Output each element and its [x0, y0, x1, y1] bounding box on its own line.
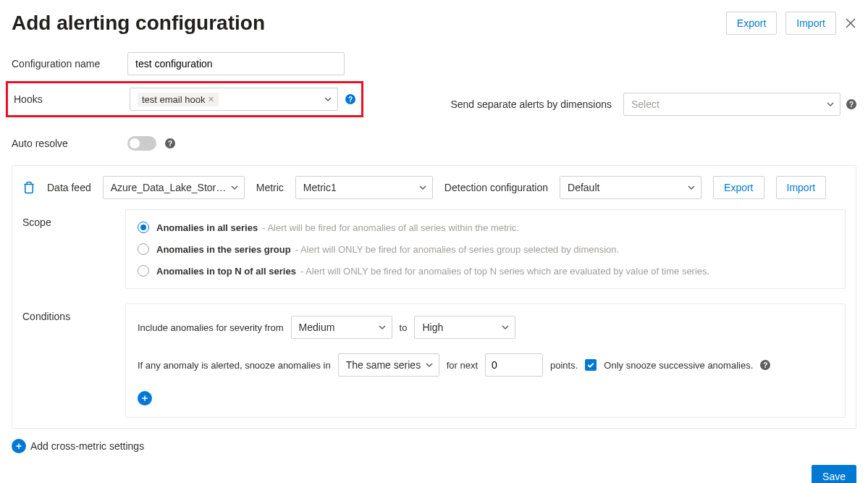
scope-option: Anomalies in top N of all series - Alert… — [138, 265, 833, 277]
panel-export-button[interactable]: Export — [713, 176, 764, 199]
tag-remove-icon[interactable]: ✕ — [208, 96, 214, 104]
hook-tag: test email hook ✕ — [138, 93, 219, 106]
scope-option: Anomalies in the series group - Alert wi… — [138, 243, 833, 255]
snooze-points-text: points. — [550, 360, 578, 371]
only-successive-label: Only snooze successive anomalies. — [604, 360, 753, 371]
separate-alerts-help-icon[interactable]: ? — [846, 99, 856, 109]
chevron-down-icon — [827, 101, 834, 108]
plus-circle-icon — [12, 439, 26, 453]
add-cross-metric-button[interactable]: Add cross-metric settings — [12, 439, 856, 453]
scope-option-title: Anomalies in top N of all series — [156, 266, 296, 277]
hook-tag-label: test email hook — [142, 94, 205, 105]
datafeed-label: Data feed — [47, 182, 91, 193]
chevron-down-icon — [688, 184, 695, 191]
auto-resolve-label: Auto resolve — [12, 138, 127, 149]
close-icon[interactable] — [845, 17, 856, 29]
snooze-for-next-text: for next — [447, 360, 478, 371]
add-cross-metric-label: Add cross-metric settings — [30, 440, 144, 452]
metric-label: Metric — [256, 182, 284, 193]
chevron-down-icon — [419, 184, 426, 191]
snooze-value-input[interactable] — [485, 353, 543, 377]
scope-option: Anomalies in all series - Alert will be … — [138, 222, 833, 233]
severity-from-select[interactable]: Medium — [291, 316, 392, 339]
scope-option-desc: - Alert will ONLY be fired for anomalies… — [295, 244, 620, 255]
metric-value: Metric1 — [303, 182, 337, 193]
severity-prefix-text: Include anomalies for severity from — [138, 322, 284, 333]
datafeed-panel: Data feed Azure_Data_Lake_Storage_Ge Met… — [12, 165, 856, 429]
config-name-label: Configuration name — [12, 58, 127, 70]
chevron-down-icon — [231, 184, 238, 191]
snooze-prefix-text: If any anomaly is alerted, snooze anomal… — [138, 360, 331, 371]
detection-select[interactable]: Default — [560, 176, 701, 199]
severity-to-select[interactable]: High — [414, 316, 515, 339]
page-title: Add alerting configuration — [12, 12, 265, 35]
datafeed-value: Azure_Data_Lake_Storage_Ge — [111, 182, 227, 193]
scope-radio[interactable] — [138, 265, 149, 277]
separate-alerts-label: Send separate alerts by dimensions — [450, 98, 612, 110]
scope-label: Scope — [22, 209, 125, 228]
chevron-down-icon — [324, 96, 332, 103]
metric-select[interactable]: Metric1 — [295, 176, 433, 199]
trash-icon[interactable] — [22, 181, 35, 194]
only-successive-help-icon[interactable]: ? — [760, 360, 770, 370]
chevron-down-icon — [379, 324, 386, 331]
conditions-body: Include anomalies for severity from Medi… — [125, 303, 846, 418]
export-button[interactable]: Export — [726, 12, 777, 35]
scope-option-title: Anomalies in all series — [156, 222, 258, 233]
detection-label: Detection configuration — [444, 182, 548, 193]
scope-radio[interactable] — [138, 243, 149, 255]
scope-radio[interactable] — [138, 222, 149, 233]
conditions-label: Conditions — [22, 303, 125, 322]
config-name-input[interactable] — [127, 52, 345, 75]
save-button[interactable]: Save — [812, 465, 856, 483]
separate-alerts-select[interactable]: Select — [623, 93, 840, 116]
separate-alerts-placeholder: Select — [631, 98, 660, 110]
hooks-select[interactable]: test email hook ✕ — [130, 88, 338, 111]
severity-to-label: to — [400, 322, 408, 333]
add-condition-button[interactable] — [138, 391, 152, 406]
scope-option-desc: - Alert will be fired for anomalies of a… — [262, 222, 519, 233]
only-successive-checkbox[interactable] — [585, 359, 597, 371]
import-button[interactable]: Import — [785, 12, 836, 35]
auto-resolve-help-icon[interactable]: ? — [165, 138, 175, 148]
auto-resolve-toggle[interactable] — [127, 136, 156, 151]
chevron-down-icon — [502, 324, 509, 331]
datafeed-select[interactable]: Azure_Data_Lake_Storage_Ge — [103, 176, 245, 199]
detection-value: Default — [568, 182, 599, 193]
chevron-down-icon — [426, 361, 433, 369]
snooze-scope-select[interactable]: The same series — [338, 353, 439, 377]
scope-option-title: Anomalies in the series group — [156, 244, 291, 255]
scope-body: Anomalies in all series - Alert will be … — [125, 209, 846, 289]
severity-from-value: Medium — [299, 322, 335, 333]
severity-to-value: High — [422, 322, 443, 333]
hooks-label: Hooks — [14, 93, 130, 105]
hooks-help-icon[interactable]: ? — [345, 94, 355, 104]
scope-option-desc: - Alert will ONLY be fired for anomalies… — [300, 266, 709, 277]
snooze-scope-value: The same series — [346, 359, 421, 371]
panel-import-button[interactable]: Import — [776, 176, 827, 199]
